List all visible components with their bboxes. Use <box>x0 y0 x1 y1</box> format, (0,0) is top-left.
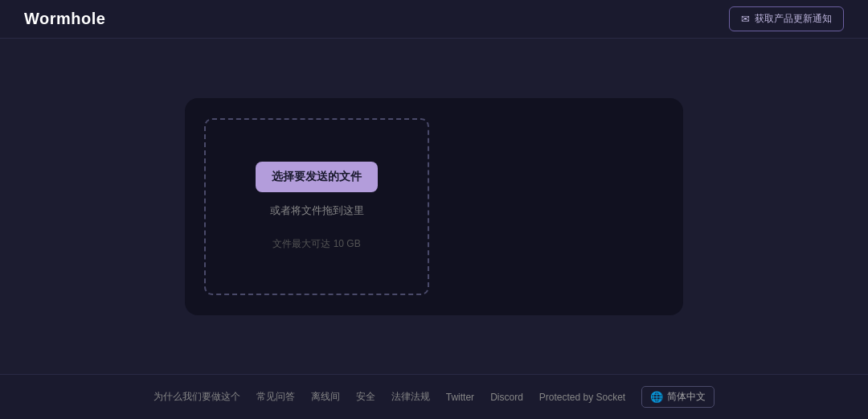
notify-button[interactable]: ✉ 获取产品更新通知 <box>729 6 844 31</box>
notify-button-label: 获取产品更新通知 <box>755 12 832 26</box>
select-file-button[interactable]: 选择要发送的文件 <box>256 162 378 192</box>
footer-link-legal[interactable]: 法律法规 <box>391 390 430 404</box>
footer-link-why[interactable]: 为什么我们要做这个 <box>154 390 240 404</box>
footer: 为什么我们要做这个 常见问答 离线间 安全 法律法规 Twitter Disco… <box>0 374 868 419</box>
email-icon: ✉ <box>741 13 750 25</box>
logo: Wormhole <box>24 10 105 28</box>
file-size-hint: 文件最大可达 10 GB <box>272 237 360 251</box>
upload-card: 选择要发送的文件 或者将文件拖到这里 文件最大可达 10 GB <box>185 98 683 315</box>
footer-link-discord[interactable]: Discord <box>490 392 523 403</box>
footer-link-socket[interactable]: Protected by Socket <box>539 392 625 403</box>
footer-link-faq[interactable]: 常见问答 <box>256 390 295 404</box>
language-label: 简体中文 <box>667 390 706 404</box>
globe-icon: 🌐 <box>650 391 663 403</box>
header: Wormhole ✉ 获取产品更新通知 <box>0 0 868 39</box>
drag-drop-text: 或者将文件拖到这里 <box>270 203 364 218</box>
footer-link-security[interactable]: 安全 <box>356 390 375 404</box>
footer-link-offline[interactable]: 离线间 <box>311 390 340 404</box>
footer-link-twitter[interactable]: Twitter <box>446 392 474 403</box>
main-content: 选择要发送的文件 或者将文件拖到这里 文件最大可达 10 GB <box>0 39 868 374</box>
dropzone[interactable]: 选择要发送的文件 或者将文件拖到这里 文件最大可达 10 GB <box>204 118 429 295</box>
language-button[interactable]: 🌐 简体中文 <box>641 386 714 408</box>
right-panel <box>445 118 664 295</box>
